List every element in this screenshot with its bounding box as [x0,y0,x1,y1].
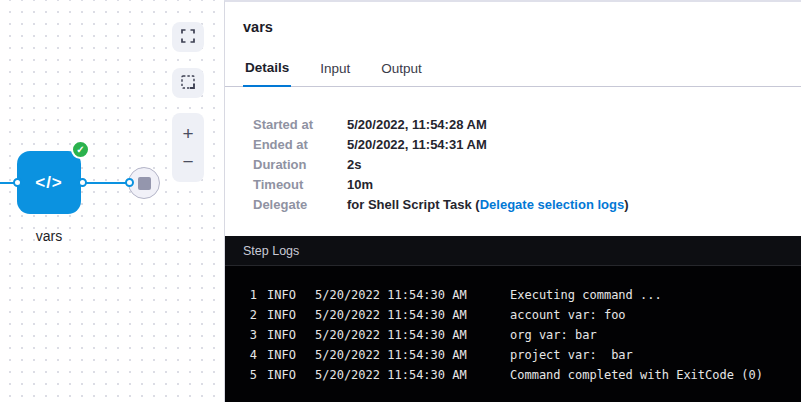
stop-icon [138,177,151,190]
execution-view: </> ✓ vars [0,0,801,402]
zoom-controls: + − [172,113,204,182]
log-level: INFO [267,328,303,348]
log-timestamp: 5/20/2022 11:54:30 AM [315,368,465,388]
log-message: account var: foo [510,308,626,328]
details-table: Started at 5/20/2022, 11:54:28 AM Ended … [225,87,801,236]
detail-label: Duration [253,157,347,172]
node-port-right [78,178,87,187]
step-logs-title: Step Logs [243,244,299,258]
detail-row-started-at: Started at 5/20/2022, 11:54:28 AM [253,117,783,137]
code-icon: </> [35,173,63,193]
log-line-number: 4 [243,348,257,368]
step-logs-header: Step Logs [225,236,801,266]
tab-bar: Details Input Output [225,56,801,87]
marquee-select-button[interactable] [172,68,204,98]
delegate-text-prefix: for Shell Script Task ( [347,197,480,212]
detail-value: 2s [347,157,361,172]
log-timestamp: 5/20/2022 11:54:30 AM [315,328,465,348]
log-line-number: 2 [243,308,257,328]
detail-label: Timeout [253,177,347,192]
log-level: INFO [267,348,303,368]
log-line: 4 INFO 5/20/2022 11:54:30 AM project var… [225,348,801,368]
step-node-label: vars [17,228,81,244]
step-detail-panel: vars Details Input Output Started at 5/2… [224,0,801,402]
pipeline-canvas[interactable]: </> ✓ vars [0,0,224,402]
node-port-left [13,178,22,187]
tab-details[interactable]: Details [243,56,291,87]
marquee-select-icon [181,75,195,92]
log-message: Executing command ... [510,288,662,308]
detail-row-ended-at: Ended at 5/20/2022, 11:54:31 AM [253,137,783,157]
log-message: Command completed with ExitCode (0) [510,368,763,388]
zoom-in-button[interactable]: + [182,124,193,143]
detail-value: 5/20/2022, 11:54:28 AM [347,117,487,132]
check-icon: ✓ [71,140,90,159]
log-level: INFO [267,368,303,388]
edge-outgoing [82,182,130,184]
log-line-number: 1 [243,288,257,308]
tab-input[interactable]: Input [318,56,352,87]
end-node-port [125,178,134,187]
detail-label: Started at [253,117,347,132]
step-logs-body[interactable]: 1 INFO 5/20/2022 11:54:30 AM Executing c… [225,266,801,402]
log-level: INFO [267,288,303,308]
detail-row-duration: Duration 2s [253,157,783,177]
page-title: vars [225,2,801,35]
log-timestamp: 5/20/2022 11:54:30 AM [315,348,465,368]
step-logs-console: Step Logs 1 INFO 5/20/2022 11:54:30 AM E… [225,236,801,402]
log-line-number: 5 [243,368,257,388]
delegate-text-suffix: ) [624,197,628,212]
detail-label: Ended at [253,137,347,152]
log-level: INFO [267,308,303,328]
detail-value: for Shell Script Task (Delegate selectio… [347,197,629,212]
log-message: project var: bar [510,348,633,368]
log-timestamp: 5/20/2022 11:54:30 AM [315,288,465,308]
detail-row-timeout: Timeout 10m [253,177,783,197]
log-line: 3 INFO 5/20/2022 11:54:30 AM org var: ba… [225,328,801,348]
fullscreen-button[interactable] [172,22,204,52]
fullscreen-icon [181,29,195,46]
log-line: 5 INFO 5/20/2022 11:54:30 AM Command com… [225,368,801,388]
log-line: 2 INFO 5/20/2022 11:54:30 AM account var… [225,308,801,328]
detail-value: 5/20/2022, 11:54:31 AM [347,137,487,152]
zoom-out-button[interactable]: − [182,152,193,171]
log-line: 1 INFO 5/20/2022 11:54:30 AM Executing c… [225,288,801,308]
detail-label: Delegate [253,197,347,212]
detail-row-delegate: Delegate for Shell Script Task (Delegate… [253,197,783,217]
log-line-number: 3 [243,328,257,348]
step-node-vars[interactable]: </> [17,151,81,214]
tab-output[interactable]: Output [379,56,424,87]
detail-value: 10m [347,177,373,192]
log-message: org var: bar [510,328,597,348]
delegate-selection-logs-link[interactable]: Delegate selection logs [480,197,625,212]
log-timestamp: 5/20/2022 11:54:30 AM [315,308,465,328]
